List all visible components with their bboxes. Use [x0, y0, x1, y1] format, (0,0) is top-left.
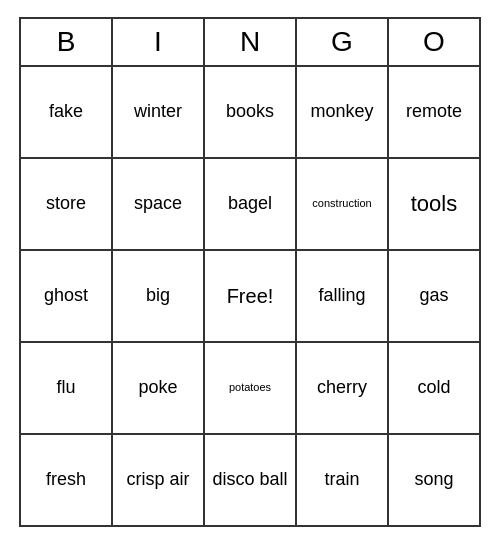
bingo-body: fakewinterbooksmonkeyremotestorespacebag… — [21, 67, 481, 527]
bingo-cell: monkey — [297, 67, 389, 159]
bingo-cell: ghost — [21, 251, 113, 343]
bingo-cell: train — [297, 435, 389, 527]
bingo-cell: bagel — [205, 159, 297, 251]
bingo-cell: fake — [21, 67, 113, 159]
bingo-cell: song — [389, 435, 481, 527]
bingo-cell: flu — [21, 343, 113, 435]
bingo-row: storespacebagelconstructiontools — [21, 159, 481, 251]
bingo-cell: potatoes — [205, 343, 297, 435]
header-letter: O — [389, 19, 481, 67]
bingo-cell: tools — [389, 159, 481, 251]
bingo-card: BINGO fakewinterbooksmonkeyremotestoresp… — [19, 17, 481, 527]
bingo-cell: winter — [113, 67, 205, 159]
bingo-header: BINGO — [21, 19, 481, 67]
bingo-cell: falling — [297, 251, 389, 343]
header-letter: G — [297, 19, 389, 67]
bingo-cell: gas — [389, 251, 481, 343]
bingo-cell: poke — [113, 343, 205, 435]
header-letter: I — [113, 19, 205, 67]
bingo-cell: construction — [297, 159, 389, 251]
header-letter: N — [205, 19, 297, 67]
bingo-row: ghostbigFree!fallinggas — [21, 251, 481, 343]
bingo-cell: big — [113, 251, 205, 343]
bingo-cell: space — [113, 159, 205, 251]
bingo-cell: disco ball — [205, 435, 297, 527]
bingo-row: fakewinterbooksmonkeyremote — [21, 67, 481, 159]
bingo-cell: store — [21, 159, 113, 251]
bingo-cell: fresh — [21, 435, 113, 527]
bingo-cell: crisp air — [113, 435, 205, 527]
bingo-cell: cherry — [297, 343, 389, 435]
bingo-cell: cold — [389, 343, 481, 435]
bingo-row: freshcrisp airdisco balltrainsong — [21, 435, 481, 527]
bingo-row: flupokepotatoescherrycold — [21, 343, 481, 435]
header-letter: B — [21, 19, 113, 67]
bingo-cell: Free! — [205, 251, 297, 343]
bingo-cell: books — [205, 67, 297, 159]
bingo-cell: remote — [389, 67, 481, 159]
